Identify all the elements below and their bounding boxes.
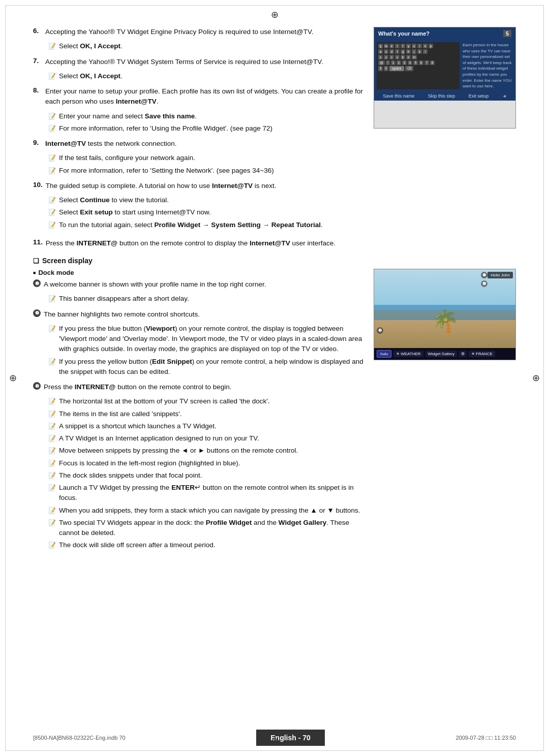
dock-note-4: 📝 A TV Widget is an Internet application… (48, 433, 363, 444)
footer-left-text: [8500-NA]BN68-02322C-Eng.indb 70 (33, 735, 126, 741)
dock-item-3-block: ❸ Press the INTERNET@ button on the remo… (33, 382, 363, 551)
step-6-num: 6. (33, 27, 42, 37)
key: m (412, 55, 417, 59)
key: l (423, 49, 428, 54)
step-6-text: Accepting the Yahoo!® TV Widget Engine P… (45, 27, 363, 37)
key: u (412, 44, 416, 48)
dock-screenshot: 🌴 Hello John ❶ ❷ ❸ hulu ☀ (374, 269, 516, 360)
step-10-block: 10. The guided setup is complete. A tuto… (33, 181, 363, 230)
step-8-block: 8. Enter your name to setup your profile… (33, 86, 363, 134)
key: f (395, 49, 400, 54)
step-8-text: Enter your name to setup your profile. E… (45, 86, 363, 107)
note-icon-d3-6: 📝 (48, 459, 56, 468)
dock-item-2: ❷ The banner highlights two remote contr… (33, 309, 363, 320)
dialog-title: What's your name? (378, 30, 430, 37)
step-10-note-3-text: To run the tutorial again, select Profil… (59, 220, 363, 230)
note-icon-10-3: 📝 (48, 220, 56, 230)
weather-label: WEATHER (401, 352, 420, 356)
beach-scene: 🌴 Hello John ❶ ❷ ❸ (374, 269, 515, 348)
main-content: 6. Accepting the Yahoo!® TV Widget Engin… (0, 0, 549, 615)
key: s (384, 49, 388, 54)
key: 5 (413, 60, 418, 65)
step-8-note-1: 📝 Enter your name and select Save this n… (48, 111, 363, 121)
key: 3 (402, 60, 407, 65)
dialog-sidebar-text: Each person in the house who uses the TV… (460, 42, 513, 89)
dock-badge-3: ❸ (33, 382, 41, 390)
step-9-note-1-text: If the test fails, configure your networ… (59, 153, 363, 163)
compass-right-icon: ⊕ (532, 372, 540, 384)
step-11: 11. Press the INTERNET@ button on the re… (33, 238, 516, 248)
screen-display-section: Screen display Dock mode ❶ A welcome ban… (33, 257, 516, 556)
note-icon-d2-1: 📝 (48, 324, 56, 333)
dock-note-10: 📝 Two special TV Widgets appear in the d… (48, 518, 363, 539)
compass-top-icon: ⊕ (271, 9, 279, 20)
footer-right-text: 2009-07-28 □□ 11:23:50 (455, 735, 516, 741)
dock-item-3-text: Press the INTERNET@ button on the remote… (44, 382, 363, 392)
dock-item-2-note-2-text: If you press the yellow button (Edit Sni… (59, 357, 363, 377)
note-icon-d3-10: 📝 (48, 518, 56, 527)
dock-note-7: 📝 The dock slides snippets under that fo… (48, 470, 363, 481)
key: n (406, 55, 411, 59)
key: j (412, 49, 416, 54)
note-icon-10-1: 📝 (48, 196, 56, 205)
step-9-num: 9. (33, 139, 42, 149)
key-space: space (389, 66, 404, 71)
dock-item-3: ❸ Press the INTERNET@ button on the remo… (33, 382, 363, 392)
note-icon-6-1: 📝 (48, 42, 56, 51)
step-6-note-1: 📝 Select OK, I Accept. (48, 41, 363, 51)
key: p (429, 44, 433, 48)
step-9-text: Internet@TV tests the network connection… (45, 139, 363, 149)
note-icon-d3-4: 📝 (48, 434, 56, 443)
dock-note-7-text: The dock slides snippets under that foca… (59, 470, 363, 481)
france-label: FRANCE (476, 352, 493, 356)
key: h (406, 49, 411, 54)
steps-section: 6. Accepting the Yahoo!® TV Widget Engin… (33, 27, 516, 235)
key: 0 (384, 66, 388, 71)
dock-item-1-block: ❶ A welcome banner is shown with your pr… (33, 279, 363, 304)
dock-note-1: 📝 The horizontal list at the bottom of y… (48, 396, 363, 406)
key: 2 (396, 60, 401, 65)
key-del: ⌫ (405, 66, 413, 71)
dock-item-2-text: The banner highlights two remote control… (44, 309, 363, 320)
step-6: 6. Accepting the Yahoo!® TV Widget Engin… (33, 27, 363, 37)
note-icon-d1-1: 📝 (48, 294, 56, 303)
weather-icon: ☀ (396, 352, 400, 356)
btn-skip: Skip this step (428, 93, 455, 99)
note-icon-d3-7: 📝 (48, 471, 56, 480)
key: ! (386, 60, 390, 65)
dock-snippet-france: ☀ FRANCE (469, 351, 495, 357)
step-10-num: 10. (33, 181, 43, 191)
dock-note-2: 📝 The items in the list are called 'snip… (48, 409, 363, 419)
step-10-note-1-text: Select Continue to view the tutorial. (59, 195, 363, 205)
key: 4 (408, 60, 412, 65)
compass-bottom-icon: ⊕ (271, 736, 279, 747)
key: x (384, 55, 388, 59)
key: b (401, 55, 405, 59)
france-icon: ☀ (471, 352, 475, 356)
key: g (401, 49, 405, 54)
step-11-num: 11. (33, 238, 43, 248)
dock-note-5: 📝 Move between snippets by pressing the … (48, 446, 363, 456)
key: v (395, 55, 400, 59)
key: i (417, 44, 422, 48)
dock-note-3: 📝 A snippet is a shortcut which launches… (48, 421, 363, 431)
step-6-note-1-text: Select OK, I Accept. (59, 41, 363, 51)
step-10-note-3: 📝 To run the tutorial again, select Prof… (48, 220, 363, 230)
step-7-note-1: 📝 Select OK, I Accept. (48, 71, 363, 81)
footer-center-text: English - 70 (256, 730, 325, 746)
step-10-note-1: 📝 Select Continue to view the tutorial. (48, 195, 363, 205)
dock-screenshot-col: 🌴 Hello John ❶ ❷ ❸ hulu ☀ (374, 269, 516, 556)
key: e (389, 44, 394, 48)
note-icon-d3-9: 📝 (48, 506, 56, 515)
key: 9 (378, 66, 383, 71)
dock-note-8-text: Launch a TV Widget by pressing the ENTER… (59, 483, 363, 503)
note-icon-8-1: 📝 (48, 112, 56, 121)
note-icon-10-2: 📝 (48, 208, 56, 217)
dock-note-9-text: When you add snippets, they form a stack… (59, 506, 363, 516)
step-9-block: 9. Internet@TV tests the network connect… (33, 139, 363, 176)
compass-left-icon: ⊕ (9, 372, 17, 384)
note-icon-9-1: 📝 (48, 153, 56, 163)
key: 7 (424, 60, 429, 65)
dock-note-1-text: The horizontal list at the bottom of you… (59, 396, 363, 406)
step-11-text: Press the INTERNET@ button on the remote… (46, 238, 516, 248)
